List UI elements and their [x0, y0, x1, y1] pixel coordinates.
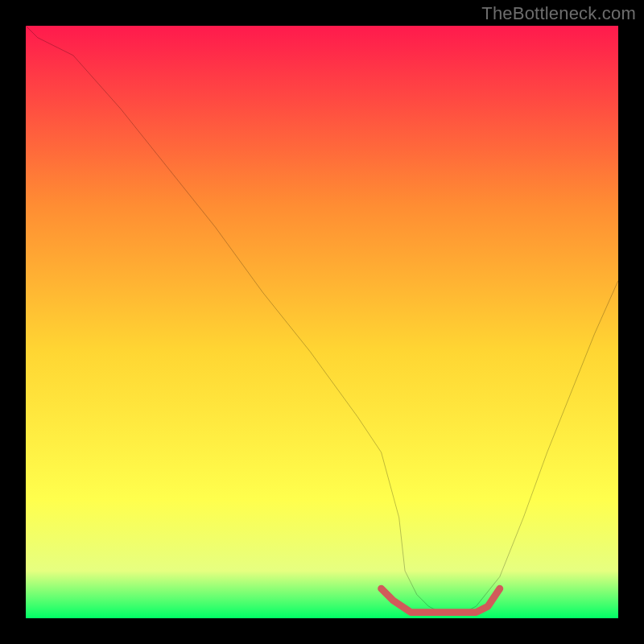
chart-plot — [26, 26, 618, 618]
chart-frame: TheBottleneck.com — [0, 0, 644, 644]
watermark-label: TheBottleneck.com — [481, 3, 636, 24]
gradient-background — [26, 26, 618, 618]
